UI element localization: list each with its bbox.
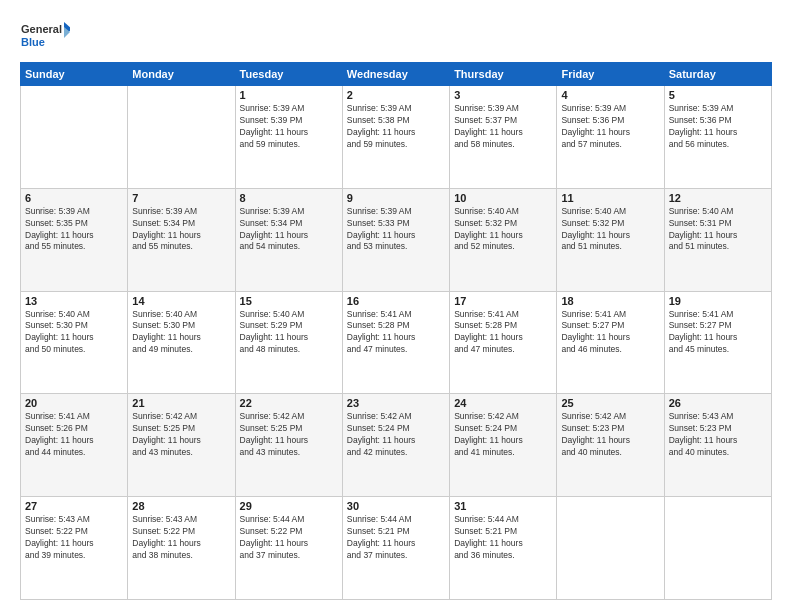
day-number: 30 [347, 500, 445, 512]
cell-content: Sunrise: 5:39 AM Sunset: 5:35 PM Dayligh… [25, 206, 123, 254]
cell-content: Sunrise: 5:40 AM Sunset: 5:31 PM Dayligh… [669, 206, 767, 254]
day-number: 7 [132, 192, 230, 204]
weekday-header-monday: Monday [128, 63, 235, 86]
day-number: 24 [454, 397, 552, 409]
calendar-cell: 22Sunrise: 5:42 AM Sunset: 5:25 PM Dayli… [235, 394, 342, 497]
cell-content: Sunrise: 5:44 AM Sunset: 5:22 PM Dayligh… [240, 514, 338, 562]
cell-content: Sunrise: 5:40 AM Sunset: 5:29 PM Dayligh… [240, 309, 338, 357]
calendar-cell [128, 86, 235, 189]
day-number: 3 [454, 89, 552, 101]
day-number: 27 [25, 500, 123, 512]
calendar-cell: 2Sunrise: 5:39 AM Sunset: 5:38 PM Daylig… [342, 86, 449, 189]
day-number: 13 [25, 295, 123, 307]
cell-content: Sunrise: 5:43 AM Sunset: 5:22 PM Dayligh… [25, 514, 123, 562]
day-number: 4 [561, 89, 659, 101]
cell-content: Sunrise: 5:41 AM Sunset: 5:27 PM Dayligh… [561, 309, 659, 357]
cell-content: Sunrise: 5:40 AM Sunset: 5:32 PM Dayligh… [561, 206, 659, 254]
cell-content: Sunrise: 5:42 AM Sunset: 5:25 PM Dayligh… [132, 411, 230, 459]
calendar-cell: 18Sunrise: 5:41 AM Sunset: 5:27 PM Dayli… [557, 291, 664, 394]
day-number: 6 [25, 192, 123, 204]
calendar-body: 1Sunrise: 5:39 AM Sunset: 5:39 PM Daylig… [21, 86, 772, 600]
cell-content: Sunrise: 5:43 AM Sunset: 5:23 PM Dayligh… [669, 411, 767, 459]
cell-content: Sunrise: 5:39 AM Sunset: 5:37 PM Dayligh… [454, 103, 552, 151]
cell-content: Sunrise: 5:41 AM Sunset: 5:27 PM Dayligh… [669, 309, 767, 357]
week-row-5: 27Sunrise: 5:43 AM Sunset: 5:22 PM Dayli… [21, 497, 772, 600]
weekday-header-saturday: Saturday [664, 63, 771, 86]
cell-content: Sunrise: 5:42 AM Sunset: 5:24 PM Dayligh… [347, 411, 445, 459]
calendar-cell [664, 497, 771, 600]
cell-content: Sunrise: 5:43 AM Sunset: 5:22 PM Dayligh… [132, 514, 230, 562]
day-number: 8 [240, 192, 338, 204]
calendar-cell: 14Sunrise: 5:40 AM Sunset: 5:30 PM Dayli… [128, 291, 235, 394]
week-row-2: 6Sunrise: 5:39 AM Sunset: 5:35 PM Daylig… [21, 188, 772, 291]
calendar-cell: 24Sunrise: 5:42 AM Sunset: 5:24 PM Dayli… [450, 394, 557, 497]
day-number: 19 [669, 295, 767, 307]
calendar-cell: 31Sunrise: 5:44 AM Sunset: 5:21 PM Dayli… [450, 497, 557, 600]
calendar-cell: 17Sunrise: 5:41 AM Sunset: 5:28 PM Dayli… [450, 291, 557, 394]
day-number: 21 [132, 397, 230, 409]
day-number: 23 [347, 397, 445, 409]
weekday-row: SundayMondayTuesdayWednesdayThursdayFrid… [21, 63, 772, 86]
day-number: 15 [240, 295, 338, 307]
calendar-cell: 21Sunrise: 5:42 AM Sunset: 5:25 PM Dayli… [128, 394, 235, 497]
svg-text:Blue: Blue [21, 36, 45, 48]
calendar-cell: 13Sunrise: 5:40 AM Sunset: 5:30 PM Dayli… [21, 291, 128, 394]
calendar-cell: 3Sunrise: 5:39 AM Sunset: 5:37 PM Daylig… [450, 86, 557, 189]
cell-content: Sunrise: 5:39 AM Sunset: 5:38 PM Dayligh… [347, 103, 445, 151]
day-number: 18 [561, 295, 659, 307]
calendar-cell [21, 86, 128, 189]
cell-content: Sunrise: 5:44 AM Sunset: 5:21 PM Dayligh… [454, 514, 552, 562]
cell-content: Sunrise: 5:42 AM Sunset: 5:23 PM Dayligh… [561, 411, 659, 459]
week-row-4: 20Sunrise: 5:41 AM Sunset: 5:26 PM Dayli… [21, 394, 772, 497]
day-number: 22 [240, 397, 338, 409]
day-number: 9 [347, 192, 445, 204]
logo-svg: General Blue [20, 18, 70, 54]
weekday-header-sunday: Sunday [21, 63, 128, 86]
weekday-header-tuesday: Tuesday [235, 63, 342, 86]
day-number: 28 [132, 500, 230, 512]
calendar-cell: 1Sunrise: 5:39 AM Sunset: 5:39 PM Daylig… [235, 86, 342, 189]
calendar-cell: 16Sunrise: 5:41 AM Sunset: 5:28 PM Dayli… [342, 291, 449, 394]
day-number: 26 [669, 397, 767, 409]
week-row-3: 13Sunrise: 5:40 AM Sunset: 5:30 PM Dayli… [21, 291, 772, 394]
calendar-cell: 28Sunrise: 5:43 AM Sunset: 5:22 PM Dayli… [128, 497, 235, 600]
calendar-cell: 6Sunrise: 5:39 AM Sunset: 5:35 PM Daylig… [21, 188, 128, 291]
calendar-cell: 7Sunrise: 5:39 AM Sunset: 5:34 PM Daylig… [128, 188, 235, 291]
cell-content: Sunrise: 5:39 AM Sunset: 5:36 PM Dayligh… [561, 103, 659, 151]
cell-content: Sunrise: 5:39 AM Sunset: 5:39 PM Dayligh… [240, 103, 338, 151]
calendar-cell [557, 497, 664, 600]
day-number: 16 [347, 295, 445, 307]
calendar-cell: 29Sunrise: 5:44 AM Sunset: 5:22 PM Dayli… [235, 497, 342, 600]
cell-content: Sunrise: 5:44 AM Sunset: 5:21 PM Dayligh… [347, 514, 445, 562]
calendar-cell: 30Sunrise: 5:44 AM Sunset: 5:21 PM Dayli… [342, 497, 449, 600]
header: General Blue [20, 18, 772, 54]
weekday-header-friday: Friday [557, 63, 664, 86]
page: General Blue SundayMondayTuesdayWednesda… [0, 0, 792, 612]
calendar-cell: 26Sunrise: 5:43 AM Sunset: 5:23 PM Dayli… [664, 394, 771, 497]
day-number: 17 [454, 295, 552, 307]
calendar-cell: 11Sunrise: 5:40 AM Sunset: 5:32 PM Dayli… [557, 188, 664, 291]
cell-content: Sunrise: 5:39 AM Sunset: 5:34 PM Dayligh… [132, 206, 230, 254]
calendar-cell: 12Sunrise: 5:40 AM Sunset: 5:31 PM Dayli… [664, 188, 771, 291]
cell-content: Sunrise: 5:41 AM Sunset: 5:28 PM Dayligh… [347, 309, 445, 357]
cell-content: Sunrise: 5:40 AM Sunset: 5:30 PM Dayligh… [132, 309, 230, 357]
cell-content: Sunrise: 5:41 AM Sunset: 5:26 PM Dayligh… [25, 411, 123, 459]
calendar-cell: 4Sunrise: 5:39 AM Sunset: 5:36 PM Daylig… [557, 86, 664, 189]
calendar-cell: 23Sunrise: 5:42 AM Sunset: 5:24 PM Dayli… [342, 394, 449, 497]
day-number: 10 [454, 192, 552, 204]
cell-content: Sunrise: 5:40 AM Sunset: 5:30 PM Dayligh… [25, 309, 123, 357]
calendar-cell: 15Sunrise: 5:40 AM Sunset: 5:29 PM Dayli… [235, 291, 342, 394]
cell-content: Sunrise: 5:40 AM Sunset: 5:32 PM Dayligh… [454, 206, 552, 254]
logo: General Blue [20, 18, 70, 54]
calendar-table: SundayMondayTuesdayWednesdayThursdayFrid… [20, 62, 772, 600]
cell-content: Sunrise: 5:39 AM Sunset: 5:34 PM Dayligh… [240, 206, 338, 254]
weekday-header-thursday: Thursday [450, 63, 557, 86]
calendar-cell: 8Sunrise: 5:39 AM Sunset: 5:34 PM Daylig… [235, 188, 342, 291]
calendar-cell: 9Sunrise: 5:39 AM Sunset: 5:33 PM Daylig… [342, 188, 449, 291]
day-number: 2 [347, 89, 445, 101]
day-number: 29 [240, 500, 338, 512]
calendar-cell: 19Sunrise: 5:41 AM Sunset: 5:27 PM Dayli… [664, 291, 771, 394]
day-number: 12 [669, 192, 767, 204]
svg-text:General: General [21, 23, 62, 35]
cell-content: Sunrise: 5:41 AM Sunset: 5:28 PM Dayligh… [454, 309, 552, 357]
